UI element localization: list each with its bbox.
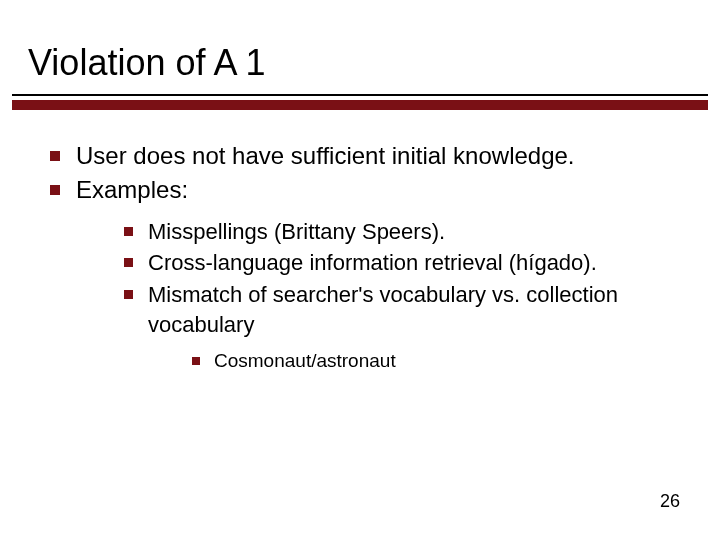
bullet-l1: User does not have sufficient initial kn… bbox=[40, 140, 680, 172]
slide-body: User does not have sufficient initial kn… bbox=[40, 140, 680, 376]
bullet-list-level1: User does not have sufficient initial kn… bbox=[40, 140, 680, 374]
bullet-l2-text: Mismatch of searcher's vocabulary vs. co… bbox=[148, 282, 618, 337]
bullet-list-level2: Misspellings (Brittany Speers). Cross-la… bbox=[118, 217, 680, 374]
bullet-l2: Cross-language information retrieval (hí… bbox=[118, 248, 680, 278]
title-rule-thick bbox=[12, 100, 708, 110]
bullet-l1-text: Examples: bbox=[76, 176, 188, 203]
bullet-l2: Mismatch of searcher's vocabulary vs. co… bbox=[118, 280, 680, 374]
page-number: 26 bbox=[660, 491, 680, 512]
bullet-l3: Cosmonaut/astronaut bbox=[188, 348, 680, 375]
bullet-l2: Misspellings (Brittany Speers). bbox=[118, 217, 680, 247]
title-rule-thin bbox=[12, 94, 708, 96]
bullet-list-level3: Cosmonaut/astronaut bbox=[188, 348, 680, 375]
slide-title: Violation of A 1 bbox=[28, 42, 266, 84]
bullet-l1: Examples: Misspellings (Brittany Speers)… bbox=[40, 174, 680, 374]
slide: Violation of A 1 User does not have suff… bbox=[0, 0, 720, 540]
